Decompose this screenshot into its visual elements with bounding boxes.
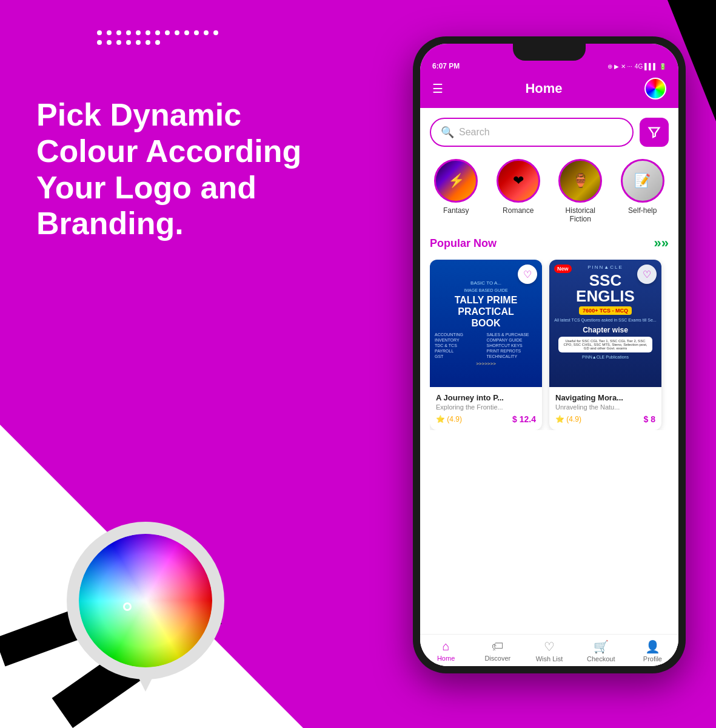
discover-icon: 🏷 bbox=[492, 639, 504, 653]
nav-checkout[interactable]: 🛒 Checkout bbox=[575, 639, 627, 662]
section-header-popular: Popular Now »» bbox=[430, 235, 669, 251]
book-price-2: $ 8 bbox=[644, 414, 655, 424]
category-label-history: HistoricalFiction bbox=[566, 206, 595, 223]
book-price-1: $ 12.4 bbox=[512, 414, 536, 424]
bottom-nav: ⌂ Home 🏷 Discover ♡ Wish List 🛒 Checkout… bbox=[420, 634, 678, 666]
phone-screen: 6:07 PM ⊕ ▶ ✕ ··· 4G ▌▌▌ 🔋 ☰ Home 🔍 S bbox=[420, 44, 678, 666]
header-avatar[interactable] bbox=[644, 78, 666, 99]
section-title-popular: Popular Now bbox=[430, 237, 497, 250]
nav-discover[interactable]: 🏷 Discover bbox=[472, 639, 523, 662]
category-circle-selfhelp: 📝 bbox=[621, 159, 664, 203]
category-circle-fantasy: ⚡ bbox=[434, 159, 478, 203]
categories-row: ⚡ Fantasy ❤ Romance 🏺 Hist bbox=[430, 159, 669, 223]
app-content: 🔍 Search ⚡ Fantasy bbox=[420, 108, 678, 652]
book-rating-2: ⭐ (4.9) bbox=[555, 415, 581, 423]
book-card-2[interactable]: New PINN▲CLE SSCENGLIS 7600+ TCS - MCQ A… bbox=[549, 260, 661, 430]
book-rating-row-2: ⭐ (4.9) $ 8 bbox=[555, 414, 655, 424]
headline: Pick DynamicColour AccordingYour Logo an… bbox=[36, 97, 340, 242]
category-label-selfhelp: Self-help bbox=[628, 206, 657, 215]
filter-button[interactable] bbox=[640, 118, 669, 147]
tally-title: TALLY PRIMEPRACTICALBOOK bbox=[455, 294, 518, 329]
chapter-wise: Chapter wise bbox=[583, 326, 628, 334]
book-subtitle-1: Exploring the Frontie... bbox=[436, 403, 536, 411]
book-info-1: A Journey into P... Exploring the Fronti… bbox=[430, 387, 542, 430]
book-cover-2: New PINN▲CLE SSCENGLIS 7600+ TCS - MCQ A… bbox=[549, 260, 661, 387]
search-icon: 🔍 bbox=[441, 126, 454, 139]
search-row: 🔍 Search bbox=[430, 118, 669, 147]
book-cover-1: BASIC TO A... IMAGE BASED GUIDE TALLY PR… bbox=[430, 260, 542, 387]
svg-marker-0 bbox=[649, 128, 660, 138]
decorative-dots bbox=[97, 30, 218, 45]
phone-mockup: 6:07 PM ⊕ ▶ ✕ ··· 4G ▌▌▌ 🔋 ☰ Home 🔍 S bbox=[413, 36, 686, 673]
book-rating-1: ⭐ (4.9) bbox=[436, 415, 462, 423]
book-name-2: Navigating Mora... bbox=[555, 393, 655, 402]
book-card-1[interactable]: BASIC TO A... IMAGE BASED GUIDE TALLY PR… bbox=[430, 260, 542, 430]
nav-home-label: Home bbox=[437, 655, 455, 662]
book-name-1: A Journey into P... bbox=[436, 393, 536, 402]
category-romance[interactable]: ❤ Romance bbox=[497, 159, 540, 223]
search-placeholder: Search bbox=[459, 127, 490, 138]
phone-notch bbox=[513, 44, 586, 61]
category-fantasy[interactable]: ⚡ Fantasy bbox=[434, 159, 478, 223]
wishlist-button-1[interactable]: ♡ bbox=[518, 265, 537, 284]
nav-wishlist-label: Wish List bbox=[536, 655, 563, 662]
category-circle-romance: ❤ bbox=[497, 159, 540, 203]
nav-discover-label: Discover bbox=[484, 655, 510, 662]
home-icon: ⌂ bbox=[443, 639, 450, 653]
color-picker-indicator bbox=[123, 602, 132, 611]
left-panel: Pick DynamicColour AccordingYour Logo an… bbox=[36, 97, 340, 242]
wishlist-icon: ♡ bbox=[544, 639, 555, 654]
color-wheel[interactable] bbox=[79, 534, 212, 667]
new-badge: New bbox=[554, 265, 572, 273]
category-circle-history: 🏺 bbox=[558, 159, 602, 203]
book-rating-row-1: ⭐ (4.9) $ 12.4 bbox=[436, 414, 536, 424]
wishlist-button-2[interactable]: ♡ bbox=[637, 265, 657, 284]
profile-icon: 👤 bbox=[645, 639, 660, 654]
nav-profile[interactable]: 👤 Profile bbox=[627, 639, 678, 662]
app-header: ☰ Home bbox=[420, 73, 678, 108]
color-wheel-container[interactable] bbox=[61, 497, 230, 679]
book-subtitle-2: Unraveling the Natu... bbox=[555, 403, 655, 411]
status-icons: ⊕ ▶ ✕ ··· 4G ▌▌▌ 🔋 bbox=[607, 63, 666, 70]
search-box[interactable]: 🔍 Search bbox=[430, 118, 634, 147]
category-label-romance: Romance bbox=[503, 206, 534, 215]
book-info-2: Navigating Mora... Unraveling the Natu..… bbox=[549, 387, 661, 430]
ssc-badge: 7600+ TCS - MCQ bbox=[579, 306, 632, 315]
status-time: 6:07 PM bbox=[432, 62, 460, 70]
phone-body: 6:07 PM ⊕ ▶ ✕ ··· 4G ▌▌▌ 🔋 ☰ Home 🔍 S bbox=[413, 36, 686, 673]
nav-home[interactable]: ⌂ Home bbox=[420, 639, 472, 662]
checkout-icon: 🛒 bbox=[594, 639, 609, 654]
color-wheel-bg bbox=[67, 522, 224, 679]
section-arrows[interactable]: »» bbox=[654, 235, 669, 251]
header-title: Home bbox=[525, 81, 562, 96]
menu-button[interactable]: ☰ bbox=[432, 81, 443, 96]
category-historical-fiction[interactable]: 🏺 HistoricalFiction bbox=[558, 159, 602, 223]
ssc-title: SSCENGLIS bbox=[576, 272, 635, 304]
network-icons: 4G ▌▌▌ 🔋 bbox=[635, 63, 666, 70]
nav-profile-label: Profile bbox=[643, 655, 662, 662]
category-self-help[interactable]: 📝 Self-help bbox=[621, 159, 664, 223]
status-right-icons: ⊕ ▶ ✕ ··· bbox=[607, 63, 632, 70]
nav-checkout-label: Checkout bbox=[587, 655, 615, 662]
books-row: BASIC TO A... IMAGE BASED GUIDE TALLY PR… bbox=[430, 260, 669, 430]
category-label-fantasy: Fantasy bbox=[443, 206, 469, 215]
nav-wishlist[interactable]: ♡ Wish List bbox=[523, 639, 575, 662]
